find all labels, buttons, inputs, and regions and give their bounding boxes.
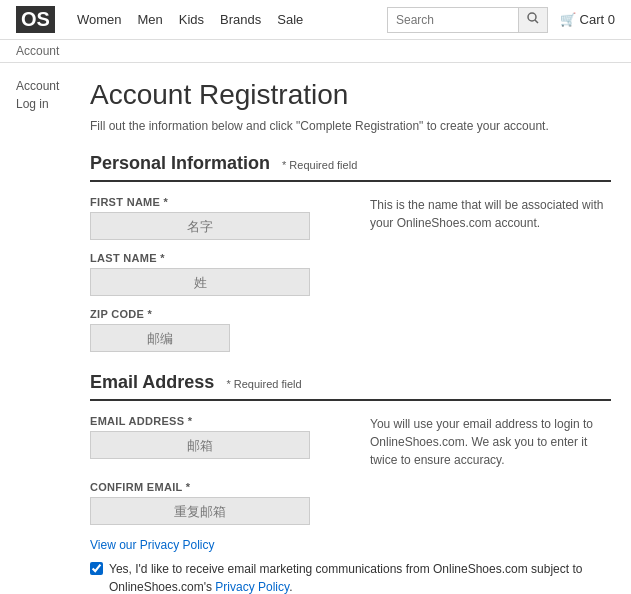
personal-section: Personal Information * Required field FI… (90, 153, 611, 352)
logo-box: OS (16, 6, 55, 33)
first-name-left: FIRST NAME * (90, 196, 350, 240)
search-button[interactable] (518, 8, 547, 32)
nav-women[interactable]: Women (77, 12, 122, 27)
email-section-title: Email Address (90, 372, 214, 393)
confirm-email-input[interactable] (90, 497, 310, 525)
first-name-helper: This is the name that will be associated… (350, 196, 611, 232)
sidebar-account: Account (16, 79, 64, 93)
email-section-header: Email Address * Required field (90, 372, 611, 401)
last-name-row: LAST NAME * (90, 252, 611, 296)
zip-input[interactable] (90, 324, 230, 352)
confirm-email-left: CONFIRM EMAIL * (90, 481, 350, 525)
personal-section-header: Personal Information * Required field (90, 153, 611, 182)
nav-sale[interactable]: Sale (277, 12, 303, 27)
cart-link[interactable]: 🛒 Cart 0 (560, 12, 615, 27)
last-name-label: LAST NAME * (90, 252, 350, 264)
marketing-checkbox-row[interactable]: Yes, I'd like to receive email marketing… (90, 560, 611, 594)
zip-left: ZIP CODE * (90, 308, 350, 352)
confirm-email-label: CONFIRM EMAIL * (90, 481, 350, 493)
page-layout: Account Log in Account Registration Fill… (0, 63, 631, 594)
personal-section-title: Personal Information (90, 153, 270, 174)
email-section: Email Address * Required field EMAIL ADD… (90, 372, 611, 594)
privacy-policy-link[interactable]: View our Privacy Policy (90, 538, 215, 552)
header: OS Women Men Kids Brands Sale 🛒 Cart 0 (0, 0, 631, 40)
email-helper: You will use your email address to login… (350, 415, 611, 469)
first-name-label: FIRST NAME * (90, 196, 350, 208)
page-subtitle: Fill out the information below and click… (90, 119, 611, 133)
nav-kids[interactable]: Kids (179, 12, 204, 27)
last-name-input[interactable] (90, 268, 310, 296)
zip-label: ZIP CODE * (90, 308, 350, 320)
nav-men[interactable]: Men (137, 12, 162, 27)
sidebar: Account Log in (0, 63, 80, 594)
personal-required-label: * Required field (282, 159, 357, 171)
search-box[interactable] (387, 7, 548, 33)
email-left: EMAIL ADDRESS * (90, 415, 350, 459)
search-icon (527, 12, 539, 24)
search-input[interactable] (388, 8, 518, 32)
email-label: EMAIL ADDRESS * (90, 415, 350, 427)
sidebar-login[interactable]: Log in (16, 97, 64, 111)
account-label: Account (16, 44, 59, 58)
nav-brands[interactable]: Brands (220, 12, 261, 27)
page-title: Account Registration (90, 79, 611, 111)
last-name-left: LAST NAME * (90, 252, 350, 296)
subnav: Account (0, 40, 631, 63)
login-link[interactable]: Log in (16, 97, 49, 111)
marketing-checkbox-text: Yes, I'd like to receive email marketing… (109, 560, 611, 594)
email-input[interactable] (90, 431, 310, 459)
email-row: EMAIL ADDRESS * You will use your email … (90, 415, 611, 469)
header-right: 🛒 Cart 0 (387, 7, 615, 33)
checkbox-privacy-link[interactable]: Privacy Policy (215, 580, 289, 594)
zip-row: ZIP CODE * (90, 308, 611, 352)
confirm-email-row: CONFIRM EMAIL * (90, 481, 611, 525)
main-content: Account Registration Fill out the inform… (80, 63, 631, 594)
privacy-link-row: View our Privacy Policy (90, 537, 611, 552)
email-required-label: * Required field (226, 378, 301, 390)
logo: OS (16, 6, 57, 33)
marketing-checkbox[interactable] (90, 562, 103, 575)
cart-label: Cart 0 (580, 12, 615, 27)
first-name-row: FIRST NAME * This is the name that will … (90, 196, 611, 240)
first-name-input[interactable] (90, 212, 310, 240)
svg-line-1 (535, 20, 538, 23)
svg-point-0 (528, 13, 536, 21)
main-nav: Women Men Kids Brands Sale (77, 12, 387, 27)
